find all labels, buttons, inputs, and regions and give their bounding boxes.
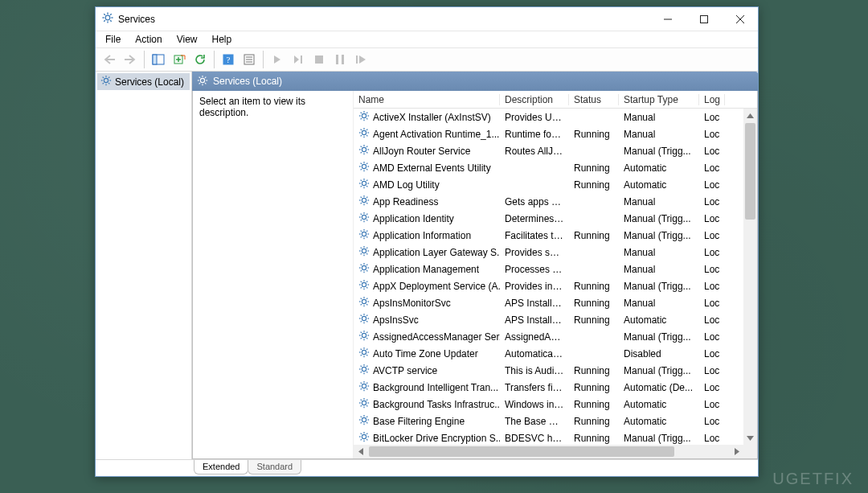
properties-button[interactable]: [240, 50, 259, 69]
service-status: Running: [569, 314, 619, 326]
gear-icon: [358, 178, 370, 191]
gear-icon: [197, 75, 208, 88]
export-button[interactable]: [170, 50, 189, 69]
service-row[interactable]: Auto Time Zone UpdaterAutomaticall...Dis…: [354, 345, 757, 362]
service-description: This is Audio...: [500, 365, 569, 376]
svg-line-176: [361, 349, 362, 350]
svg-line-150: [366, 304, 367, 305]
svg-line-43: [205, 76, 206, 77]
svg-line-69: [366, 152, 367, 153]
scroll-up-icon[interactable]: [743, 109, 757, 122]
scroll-thumb[interactable]: [745, 123, 755, 220]
scroll-left-icon[interactable]: [354, 445, 367, 458]
hscroll-thumb[interactable]: [369, 446, 674, 457]
svg-rect-23: [315, 55, 323, 64]
service-name: Background Tasks Infrastruc...: [373, 399, 500, 410]
svg-line-141: [366, 287, 367, 288]
help-button[interactable]: ?: [219, 50, 238, 69]
minimize-button[interactable]: [649, 7, 686, 31]
scroll-right-icon[interactable]: [730, 445, 743, 458]
titlebar[interactable]: Services: [96, 7, 758, 31]
vertical-scrollbar[interactable]: [743, 109, 757, 445]
service-row[interactable]: AVCTP serviceThis is Audio...RunningManu…: [354, 362, 757, 379]
service-row[interactable]: BitLocker Drive Encryption S...BDESVC ho…: [354, 429, 757, 446]
close-button[interactable]: [722, 7, 758, 31]
service-name: AMD External Events Utility: [373, 162, 491, 174]
service-row[interactable]: ActiveX Installer (AxInstSV)Provides Use…: [354, 109, 757, 125]
service-status: Running: [569, 129, 619, 140]
back-button[interactable]: [100, 50, 119, 69]
service-row[interactable]: Application Layer Gateway S...Provides s…: [354, 244, 757, 261]
start-service-button[interactable]: [268, 50, 287, 69]
service-row[interactable]: Application IdentityDetermines ...Manual…: [354, 210, 757, 227]
svg-line-196: [366, 383, 367, 384]
menu-view[interactable]: View: [170, 32, 204, 47]
service-row[interactable]: AllJoyn Router ServiceRoutes AllJo...Man…: [354, 142, 757, 159]
col-logon[interactable]: Log: [699, 94, 725, 105]
pause-service-button[interactable]: [330, 50, 350, 69]
service-startup: Manual: [619, 112, 699, 123]
col-status[interactable]: Status: [569, 94, 619, 105]
gear-icon: [358, 313, 370, 327]
service-row[interactable]: App ReadinessGets apps re...ManualLoc: [354, 193, 757, 210]
svg-line-79: [366, 163, 367, 164]
col-description[interactable]: Description: [500, 94, 569, 105]
gear-icon: [358, 144, 370, 158]
scroll-down-icon[interactable]: [743, 431, 757, 445]
description-prompt: Select an item to view its description.: [199, 96, 346, 118]
service-logon: Loc: [699, 129, 725, 140]
svg-line-134: [361, 270, 362, 271]
stop-service-button[interactable]: [309, 50, 329, 69]
svg-line-152: [361, 304, 362, 305]
tab-standard[interactable]: Standard: [248, 460, 301, 475]
service-name: ApsInsMonitorSvc: [373, 298, 451, 309]
service-row[interactable]: Base Filtering EngineThe Base Filt...Run…: [354, 413, 757, 429]
svg-line-61: [366, 129, 367, 130]
service-row[interactable]: ApsInsMonitorSvcAPS Installer ...Running…: [354, 294, 757, 311]
service-row[interactable]: AMD Log UtilityRunningAutomaticLoc: [354, 176, 757, 193]
service-logon: Loc: [699, 162, 725, 174]
service-name: AssignedAccessManager Ser...: [373, 331, 500, 343]
svg-line-105: [366, 220, 367, 220]
svg-line-204: [366, 405, 367, 406]
service-row[interactable]: Application InformationFacilitates th...…: [354, 227, 757, 244]
list-header[interactable]: Name Description Status Startup Type Log: [354, 91, 757, 109]
svg-line-106: [366, 214, 367, 215]
service-row[interactable]: Background Intelligent Tran...Transfers …: [354, 379, 757, 396]
svg-line-62: [361, 135, 362, 136]
svg-line-6: [110, 20, 112, 22]
col-name[interactable]: Name: [354, 94, 500, 105]
service-row[interactable]: AMD External Events UtilityRunningAutoma…: [354, 159, 757, 176]
nav-services-local[interactable]: Services (Local): [97, 73, 190, 90]
service-description: Automaticall...: [500, 348, 569, 359]
horizontal-scrollbar[interactable]: [354, 445, 743, 458]
service-description: Facilitates th...: [500, 230, 569, 241]
service-row[interactable]: AssignedAccessManager Ser...AssignedAcc.…: [354, 328, 757, 345]
service-row[interactable]: Application ManagementProcesses in...Man…: [354, 261, 757, 277]
service-row[interactable]: ApsInsSvcAPS Install S...RunningAutomati…: [354, 311, 757, 328]
forward-button[interactable]: [121, 50, 140, 69]
svg-line-115: [366, 231, 367, 232]
svg-rect-14: [153, 55, 157, 64]
service-row[interactable]: Agent Activation Runtime_1...Runtime for…: [354, 125, 757, 142]
maximize-button[interactable]: [686, 7, 722, 31]
service-startup: Manual (Trigg...: [619, 146, 699, 157]
step-button[interactable]: [289, 50, 308, 69]
restart-service-button[interactable]: [351, 50, 371, 69]
svg-rect-26: [356, 55, 358, 64]
tab-extended[interactable]: Extended: [194, 460, 248, 475]
show-hide-tree-button[interactable]: [149, 50, 168, 69]
refresh-button[interactable]: [190, 50, 210, 69]
col-startup[interactable]: Startup Type: [619, 94, 699, 105]
gear-icon: [358, 380, 370, 394]
menu-file[interactable]: File: [99, 32, 127, 47]
service-logon: Loc: [699, 399, 725, 410]
service-row[interactable]: Background Tasks Infrastruc...Windows in…: [354, 396, 757, 413]
menu-help[interactable]: Help: [206, 32, 239, 47]
svg-rect-25: [342, 55, 344, 64]
menu-action[interactable]: Action: [129, 32, 168, 47]
service-row[interactable]: AppX Deployment Service (A...Provides in…: [354, 277, 757, 294]
service-logon: Loc: [699, 348, 725, 359]
svg-point-198: [362, 401, 366, 405]
svg-line-159: [366, 321, 367, 322]
